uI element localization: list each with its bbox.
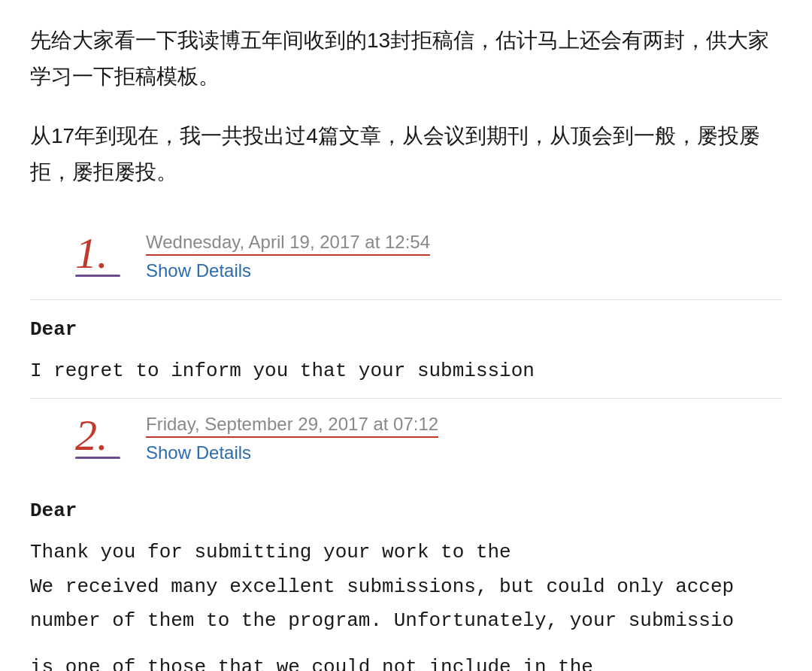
email-date-2: Friday, September 29, 2017 at 07:12: [146, 414, 438, 438]
date-underline-1: [146, 254, 430, 256]
email-header-2: 2. Friday, September 29, 2017 at 07:12 S…: [30, 399, 782, 481]
email-number-wrapper-2: 2.: [75, 414, 128, 466]
email-content-line-1-0: I regret to inform you that your submiss…: [30, 356, 782, 387]
email-date-1: Wednesday, April 19, 2017 at 12:54: [146, 232, 430, 256]
email-dear-2: Dear: [30, 499, 782, 522]
show-details-link-1[interactable]: Show Details: [146, 260, 430, 281]
email-body-2: Dear Thank you for submitting your work …: [30, 481, 782, 671]
email-date-info-1: Wednesday, April 19, 2017 at 12:54 Show …: [146, 232, 430, 281]
email-item-2: 2. Friday, September 29, 2017 at 07:12 S…: [30, 399, 782, 671]
email-content-line-2-2: number of them to the program. Unfortuna…: [30, 606, 782, 637]
email-item-1: 1. Wednesday, April 19, 2017 at 12:54 Sh…: [30, 217, 782, 399]
date-underline-2: [146, 436, 438, 438]
intro-paragraph-1: 先给大家看一下我读博五年间收到的13封拒稿信，估计马上还会有两封，供大家学习一下…: [30, 23, 782, 94]
email-number-2: 2.: [75, 411, 108, 460]
email-content-line-2-0: Thank you for submitting your work to th…: [30, 537, 782, 569]
email-body-1: Dear I regret to inform you that your su…: [30, 300, 782, 399]
email-dear-1: Dear: [30, 318, 782, 341]
email-date-info-2: Friday, September 29, 2017 at 07:12 Show…: [146, 414, 438, 463]
email-header-1: 1. Wednesday, April 19, 2017 at 12:54 Sh…: [30, 217, 782, 300]
intro-paragraph-2: 从17年到现在，我一共投出过4篇文章，从会议到期刊，从顶会到一般，屡投屡拒，屡拒…: [30, 118, 782, 190]
email-content-line-2-1: We received many excellent submissions, …: [30, 572, 782, 603]
show-details-link-2[interactable]: Show Details: [146, 442, 438, 463]
email-number-1: 1.: [75, 229, 108, 278]
email-number-wrapper-1: 1.: [75, 232, 128, 284]
email-content-line-2-4: is one of those that we could not includ…: [30, 652, 782, 671]
